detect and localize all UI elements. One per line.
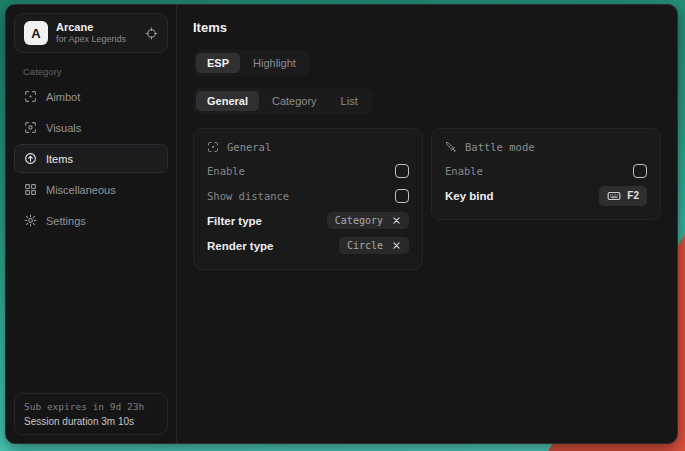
swords-icon — [445, 141, 457, 153]
setting-label: Filter type — [207, 215, 262, 227]
enable-checkbox[interactable] — [395, 164, 409, 178]
brand-text: Arcane for Apex Legends — [56, 21, 126, 45]
sidebar-item-label: Aimbot — [46, 91, 80, 103]
setting-row-render-type: Render type Circle — [207, 233, 409, 258]
page-title: Items — [193, 20, 661, 35]
brand-card[interactable]: A Arcane for Apex Legends — [14, 13, 168, 53]
sidebar-item-label: Settings — [46, 215, 86, 227]
setting-row-key-bind: Key bind F2 — [445, 183, 647, 208]
battle-enable-checkbox[interactable] — [633, 164, 647, 178]
tag-value: Circle — [347, 240, 383, 251]
keyboard-icon — [607, 189, 621, 203]
setting-label: Enable — [207, 165, 245, 177]
show-distance-checkbox[interactable] — [395, 189, 409, 203]
setting-label: Show distance — [207, 190, 289, 202]
setting-label: Key bind — [445, 190, 494, 202]
app-window: A Arcane for Apex Legends Category — [5, 4, 678, 444]
setting-row-show-distance: Show distance — [207, 183, 409, 208]
mode-tab-group: ESP Highlight — [193, 50, 310, 76]
sidebar: A Arcane for Apex Legends Category — [6, 5, 177, 443]
setting-label: Render type — [207, 240, 273, 252]
aimbot-crosshair-icon — [24, 90, 37, 103]
sidebar-item-label: Items — [46, 153, 73, 165]
panel-battle-mode: Battle mode Enable Key bind — [431, 128, 661, 220]
panel-battle-mode-header: Battle mode — [445, 141, 647, 153]
sidebar-item-settings[interactable]: Settings — [14, 206, 168, 235]
tag-value: Category — [335, 215, 383, 226]
close-icon[interactable] — [392, 216, 401, 225]
close-icon[interactable] — [392, 241, 401, 250]
sidebar-item-visuals[interactable]: Visuals — [14, 113, 168, 142]
setting-row-enable: Enable — [445, 158, 647, 183]
sidebar-item-aimbot[interactable]: Aimbot — [14, 82, 168, 111]
brand-subtitle: for Apex Legends — [56, 35, 126, 45]
sidebar-item-miscellaneous[interactable]: Miscellaneous — [14, 175, 168, 204]
panel-general: General Enable Show distance Filter type… — [193, 128, 423, 270]
sidebar-item-label: Visuals — [46, 122, 81, 134]
subscription-card: Sub expires in 9d 23h Session duration 3… — [14, 393, 168, 435]
setting-row-enable: Enable — [207, 158, 409, 183]
sidebar-item-label: Miscellaneous — [46, 184, 116, 196]
panel-title: General — [227, 141, 271, 153]
visuals-scan-eye-icon — [24, 121, 37, 134]
panel-title: Battle mode — [465, 141, 535, 153]
scan-frame-icon — [207, 141, 219, 153]
sidebar-item-items[interactable]: Items — [14, 144, 168, 173]
tab-list[interactable]: List — [330, 91, 369, 111]
session-duration-text: Session duration 3m 10s — [24, 416, 158, 427]
tab-highlight[interactable]: Highlight — [242, 53, 307, 73]
sub-expires-text: Sub expires in 9d 23h — [24, 401, 158, 412]
view-tab-group: General Category List — [193, 88, 372, 114]
settings-gear-icon — [24, 214, 37, 227]
keybind-value: F2 — [627, 190, 639, 201]
crosshair-icon[interactable] — [145, 27, 158, 40]
settings-panels: General Enable Show distance Filter type… — [193, 128, 661, 270]
brand-logo: A — [24, 21, 48, 45]
setting-label: Enable — [445, 165, 483, 177]
filter-type-tag[interactable]: Category — [327, 212, 409, 229]
render-type-tag[interactable]: Circle — [339, 237, 409, 254]
misc-grid-icon — [24, 183, 37, 196]
panel-general-header: General — [207, 141, 409, 153]
keybind-chip[interactable]: F2 — [599, 186, 647, 206]
setting-row-filter-type: Filter type Category — [207, 208, 409, 233]
brand-title: Arcane — [56, 21, 126, 33]
tab-esp[interactable]: ESP — [196, 53, 240, 73]
main-content: Items ESP Highlight General Category Lis… — [177, 5, 677, 443]
tab-category[interactable]: Category — [261, 91, 328, 111]
tab-general[interactable]: General — [196, 91, 259, 111]
sidebar-nav: Aimbot Visuals Items — [14, 82, 168, 235]
items-circle-arrow-icon — [24, 152, 37, 165]
category-section-label: Category — [23, 66, 168, 77]
